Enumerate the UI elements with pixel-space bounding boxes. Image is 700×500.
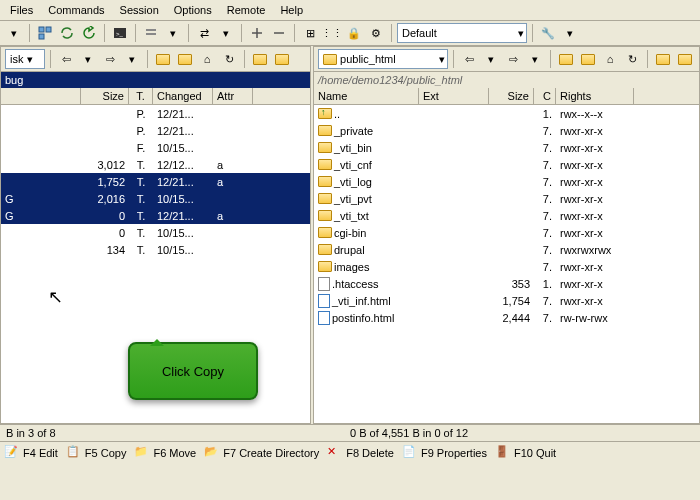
tutorial-callout: Click Copy [128, 342, 258, 400]
remote-grid[interactable]: Name Ext Size C Rights ↑..1.rwx--x--x_pr… [314, 88, 699, 423]
menu-commands[interactable]: Commands [42, 2, 110, 18]
refresh-icon[interactable]: ↻ [219, 49, 239, 69]
table-row[interactable]: 0T.10/15... [1, 224, 310, 241]
table-row[interactable]: _private7.rwxr-xr-x [314, 122, 699, 139]
layout-icon[interactable] [35, 23, 55, 43]
chevron-down-icon[interactable]: ▾ [560, 23, 580, 43]
plus-icon[interactable] [247, 23, 267, 43]
table-row[interactable]: P.12/21... [1, 122, 310, 139]
bookmark-folder-icon[interactable] [653, 49, 673, 69]
f9-properties[interactable]: 📄F9 Properties [402, 445, 487, 461]
home-icon[interactable]: ⌂ [197, 49, 217, 69]
table-row[interactable]: 3,012T.12/12...a [1, 156, 310, 173]
svg-rect-5 [146, 29, 156, 31]
edit-icon: 📝 [4, 445, 20, 461]
table-row[interactable]: _vti_bin7.rwxr-xr-x [314, 139, 699, 156]
table-row[interactable]: G0T.12/21...a [1, 207, 310, 224]
menu-remote[interactable]: Remote [221, 2, 272, 18]
parent-folder-icon[interactable] [556, 49, 576, 69]
table-row[interactable]: ↑..1.rwx--x--x [314, 105, 699, 122]
menu-session[interactable]: Session [114, 2, 165, 18]
session-dropdown[interactable]: Default ▾ [397, 23, 527, 43]
grid-icon[interactable]: ⊞ [300, 23, 320, 43]
menu-help[interactable]: Help [274, 2, 309, 18]
parent-folder-icon[interactable] [153, 49, 173, 69]
menu-bar: Files Commands Session Options Remote He… [0, 0, 700, 21]
root-folder-icon[interactable] [175, 49, 195, 69]
chevron-down-icon: ▾ [518, 27, 524, 40]
f5-copy[interactable]: 📋F5 Copy [66, 445, 127, 461]
chevron-down-icon[interactable]: ▾ [163, 23, 183, 43]
f8-delete[interactable]: ✕F8 Delete [327, 445, 394, 461]
local-nav: isk▾ ⇦ ▾ ⇨ ▾ ⌂ ↻ [1, 47, 310, 72]
properties-icon: 📄 [402, 445, 418, 461]
terminal-icon[interactable]: >_ [110, 23, 130, 43]
new-folder-icon[interactable] [272, 49, 292, 69]
minus-icon[interactable] [269, 23, 289, 43]
menu-files[interactable]: Files [4, 2, 39, 18]
local-status: B in 3 of 8 [6, 427, 350, 439]
new-folder-icon: 📂 [204, 445, 220, 461]
table-row[interactable]: images7.rwxr-xr-x [314, 258, 699, 275]
f7-create[interactable]: 📂F7 Create Directory [204, 445, 319, 461]
bookmark-folder-icon[interactable] [250, 49, 270, 69]
home-icon[interactable]: ⌂ [600, 49, 620, 69]
tools-icon[interactable]: 🔧 [538, 23, 558, 43]
chevron-down-icon[interactable]: ▾ [216, 23, 236, 43]
table-row[interactable]: P.12/21... [1, 105, 310, 122]
forward-icon[interactable]: ⇨ [100, 49, 120, 69]
transfer-icon[interactable]: ⇄ [194, 23, 214, 43]
remote-panel: public_html▾ ⇦ ▾ ⇨ ▾ ⌂ ↻ /home/demo1234/… [313, 46, 700, 424]
svg-text:>_: >_ [116, 31, 124, 37]
local-grid-header[interactable]: Size T. Changed Attr [1, 88, 310, 105]
lock-icon[interactable]: 🔒 [344, 23, 364, 43]
table-row[interactable]: _vti_log7.rwxr-xr-x [314, 173, 699, 190]
table-row[interactable]: _vti_pvt7.rwxr-xr-x [314, 190, 699, 207]
f6-move[interactable]: 📁F6 Move [134, 445, 196, 461]
table-row[interactable]: _vti_txt7.rwxr-xr-x [314, 207, 699, 224]
table-row[interactable]: postinfo.html2,4447.rw-rw-rwx [314, 309, 699, 326]
main-toolbar: ▾ >_ ▾ ⇄ ▾ ⊞ ⋮⋮ 🔒 ⚙ Default ▾ 🔧 ▾ [0, 21, 700, 46]
table-row[interactable]: drupal7.rwxrwxrwx [314, 241, 699, 258]
chevron-down-icon[interactable]: ▾ [525, 49, 545, 69]
chevron-down-icon[interactable]: ▾ [481, 49, 501, 69]
local-disk-dropdown[interactable]: isk▾ [5, 49, 45, 69]
back-icon[interactable]: ⇦ [459, 49, 479, 69]
refresh-icon[interactable]: ↻ [622, 49, 642, 69]
cursor-icon: ↖ [48, 286, 63, 308]
queue-icon[interactable] [141, 23, 161, 43]
table-row[interactable]: G2,016T.10/15... [1, 190, 310, 207]
copy-icon: 📋 [66, 445, 82, 461]
table-row[interactable]: 1,752T.12/21...a [1, 173, 310, 190]
remote-grid-header[interactable]: Name Ext Size C Rights [314, 88, 699, 105]
session-dropdown-value: Default [402, 27, 437, 39]
table-row[interactable]: .htaccess3531.rwxr-xr-x [314, 275, 699, 292]
remote-path: /home/demo1234/public_html [314, 72, 699, 88]
svg-rect-6 [146, 33, 156, 35]
forward-icon[interactable]: ⇨ [503, 49, 523, 69]
folder-label: public_html [340, 53, 396, 65]
table-row[interactable]: _vti_inf.html1,7547.rwxr-xr-x [314, 292, 699, 309]
table-row[interactable]: F.10/15... [1, 139, 310, 156]
table-row[interactable]: 134T.10/15... [1, 241, 310, 258]
chevron-down-icon[interactable]: ▾ [4, 23, 24, 43]
back-icon[interactable]: ⇦ [56, 49, 76, 69]
disk-label: isk [10, 53, 23, 65]
menu-options[interactable]: Options [168, 2, 218, 18]
status-bar: B in 3 of 8 0 B of 4,551 B in 0 of 12 [0, 424, 700, 441]
f4-edit[interactable]: 📝F4 Edit [4, 445, 58, 461]
sync-icon[interactable] [57, 23, 77, 43]
table-row[interactable]: _vti_cnf7.rwxr-xr-x [314, 156, 699, 173]
folder-icon [323, 54, 337, 65]
chevron-down-icon[interactable]: ▾ [122, 49, 142, 69]
table-row[interactable]: cgi-bin7.rwxr-xr-x [314, 224, 699, 241]
refresh-icon[interactable] [79, 23, 99, 43]
remote-nav: public_html▾ ⇦ ▾ ⇨ ▾ ⌂ ↻ [314, 47, 699, 72]
f10-quit[interactable]: 🚪F10 Quit [495, 445, 556, 461]
settings-icon[interactable]: ⚙ [366, 23, 386, 43]
remote-folder-dropdown[interactable]: public_html▾ [318, 49, 448, 69]
new-folder-icon[interactable] [675, 49, 695, 69]
chevron-down-icon[interactable]: ▾ [78, 49, 98, 69]
dots-icon[interactable]: ⋮⋮ [322, 23, 342, 43]
root-folder-icon[interactable] [578, 49, 598, 69]
